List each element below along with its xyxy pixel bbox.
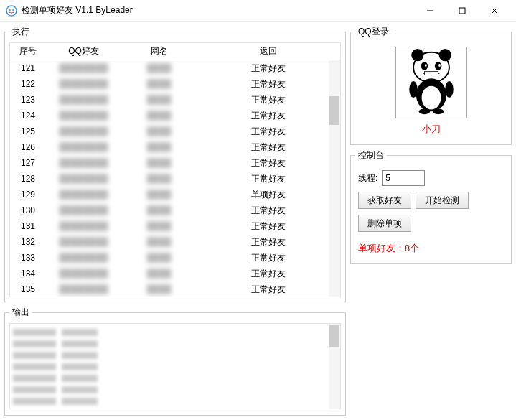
output-line <box>13 384 337 396</box>
cell-nick: ████ <box>121 142 197 152</box>
cell-nick: ████ <box>121 126 197 136</box>
cell-nick: ████ <box>121 79 197 89</box>
output-scrollbar[interactable] <box>329 324 340 409</box>
table-row[interactable]: 121████████████正常好友 <box>10 60 340 76</box>
window-controls <box>413 0 510 22</box>
cell-ret: 正常好友 <box>197 78 340 90</box>
svg-point-12 <box>424 64 426 67</box>
svg-point-17 <box>409 81 418 98</box>
minimize-button[interactable] <box>413 0 446 22</box>
cell-ret: 正常好友 <box>197 252 340 264</box>
result-text: 单项好友：8个 <box>358 242 504 255</box>
table-row[interactable]: 126████████████正常好友 <box>10 139 340 155</box>
svg-point-8 <box>411 49 423 61</box>
svg-point-19 <box>418 108 429 114</box>
col-nick[interactable]: 网名 <box>121 45 197 57</box>
svg-rect-14 <box>424 72 438 75</box>
cell-qq: ████████ <box>46 95 121 105</box>
cell-qq: ████████ <box>46 79 121 89</box>
output-line <box>13 373 337 384</box>
cell-qq: ████████ <box>46 205 121 215</box>
thread-label: 线程: <box>358 172 377 185</box>
cell-nick: ████ <box>121 284 197 294</box>
get-friends-button[interactable]: 获取好友 <box>358 192 411 209</box>
cell-nick: ████ <box>121 63 197 73</box>
console-group: 控制台 线程: 获取好友 开始检测 删除单项 单项好友：8个 <box>350 149 512 264</box>
cell-qq: ████████ <box>46 190 121 200</box>
table-row[interactable]: 128████████████正常好友 <box>10 171 340 187</box>
console-legend: 控制台 <box>355 149 387 162</box>
table-row[interactable]: 132████████████正常好友 <box>10 234 340 250</box>
cell-ret: 正常好友 <box>197 110 340 122</box>
col-ret[interactable]: 返回 <box>197 45 340 57</box>
cell-ret: 单项好友 <box>197 189 340 201</box>
table-row[interactable]: 123████████████正常好友 <box>10 92 340 108</box>
table-row[interactable]: 127████████████正常好友 <box>10 155 340 171</box>
cell-seq: 128 <box>10 174 46 184</box>
svg-point-9 <box>438 49 451 61</box>
cell-nick: ████ <box>121 174 197 184</box>
cell-seq: 122 <box>10 79 46 89</box>
cell-qq: ████████ <box>46 111 121 121</box>
cell-seq: 123 <box>10 95 46 105</box>
cell-nick: ████ <box>121 237 197 247</box>
cell-nick: ████ <box>121 190 197 200</box>
cell-nick: ████ <box>121 158 197 168</box>
table-row[interactable]: 130████████████正常好友 <box>10 202 340 218</box>
output-box[interactable] <box>9 323 341 409</box>
output-line <box>13 327 337 338</box>
scroll-thumb[interactable] <box>329 96 339 125</box>
svg-point-2 <box>12 9 14 10</box>
app-icon <box>6 5 17 17</box>
cell-qq: ████████ <box>46 237 121 247</box>
cell-ret: 正常好友 <box>197 126 340 138</box>
cell-ret: 正常好友 <box>197 173 340 185</box>
svg-point-13 <box>438 64 441 67</box>
table-row[interactable]: 124████████████正常好友 <box>10 108 340 123</box>
scroll-thumb[interactable] <box>329 325 339 347</box>
cell-qq: ████████ <box>46 284 121 294</box>
username: 小刀 <box>422 123 441 136</box>
output-line <box>13 350 337 361</box>
svg-point-16 <box>421 86 441 110</box>
cell-seq: 134 <box>10 269 46 279</box>
output-line <box>13 361 337 373</box>
table-row[interactable]: 134████████████正常好友 <box>10 266 340 281</box>
table-row[interactable]: 125████████████正常好友 <box>10 123 340 139</box>
col-qq[interactable]: QQ好友 <box>46 45 121 57</box>
maximize-button[interactable] <box>446 0 478 22</box>
cell-qq: ████████ <box>46 63 121 73</box>
cell-ret: 正常好友 <box>197 205 340 217</box>
output-group: 输出 <box>4 307 346 416</box>
svg-point-10 <box>421 62 428 70</box>
cell-ret: 正常好友 <box>197 268 340 280</box>
cell-seq: 124 <box>10 111 46 121</box>
login-legend: QQ登录 <box>355 26 392 38</box>
table-row[interactable]: 133████████████正常好友 <box>10 250 340 266</box>
table-row[interactable]: 135████████████正常好友 <box>10 281 340 297</box>
cell-qq: ████████ <box>46 158 121 168</box>
output-legend: 输出 <box>9 307 32 319</box>
table-row[interactable]: 131████████████正常好友 <box>10 218 340 234</box>
table-row[interactable]: 129████████████单项好友 <box>10 187 340 202</box>
table-scrollbar[interactable] <box>329 60 340 297</box>
col-seq[interactable]: 序号 <box>10 45 46 57</box>
cell-qq: ████████ <box>46 126 121 136</box>
cell-seq: 135 <box>10 284 46 294</box>
cell-seq: 121 <box>10 63 46 73</box>
avatar[interactable] <box>395 47 467 118</box>
svg-point-0 <box>6 6 17 16</box>
cell-nick: ████ <box>121 111 197 121</box>
delete-single-button[interactable]: 删除单项 <box>358 215 411 232</box>
svg-rect-4 <box>459 8 465 14</box>
close-button[interactable] <box>478 0 510 22</box>
table-row[interactable]: 122████████████正常好友 <box>10 76 340 92</box>
cell-seq: 133 <box>10 253 46 263</box>
cell-ret: 正常好友 <box>197 141 340 154</box>
friends-table[interactable]: 序号 QQ好友 网名 返回 121████████████正常好友122████… <box>9 42 341 297</box>
cell-ret: 正常好友 <box>197 157 340 169</box>
start-check-button[interactable]: 开始检测 <box>416 192 469 209</box>
cell-seq: 126 <box>10 142 46 152</box>
svg-point-1 <box>9 9 10 10</box>
thread-input[interactable] <box>382 170 425 186</box>
